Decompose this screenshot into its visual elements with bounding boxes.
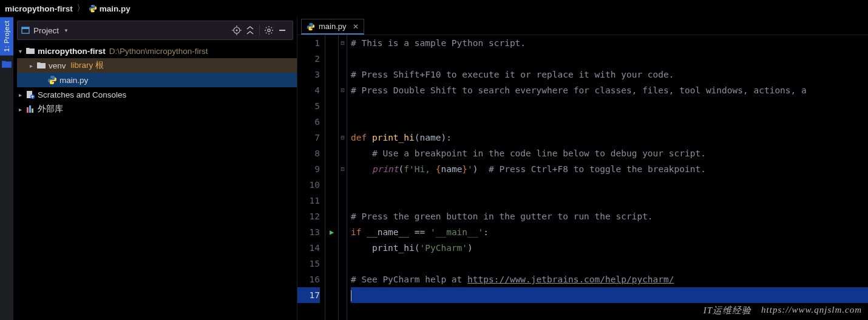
run-gutter-cell[interactable] <box>325 82 338 98</box>
run-gutter-cell[interactable] <box>325 272 338 287</box>
line-number[interactable]: 9 <box>297 161 320 177</box>
run-gutter-cell[interactable] <box>325 208 338 224</box>
code-line[interactable]: # Press Double Shift to search everywher… <box>351 82 868 98</box>
expand-icon[interactable]: ▾ <box>17 48 23 55</box>
tree-item-venv[interactable]: ▸ venv library 根 <box>17 58 297 73</box>
tree-item-label: 外部库 <box>38 104 63 115</box>
fold-cell[interactable] <box>339 177 347 193</box>
editor-tab-label: main.py <box>319 22 347 31</box>
run-arrow-icon[interactable]: ▶ <box>330 224 334 240</box>
project-view-switcher[interactable]: Project ▼ <box>21 26 69 35</box>
project-tool-tab[interactable]: 1: Project <box>0 17 13 55</box>
code-line[interactable]: # Press Shift+F10 to execute it or repla… <box>351 67 868 82</box>
tree-item-scratches[interactable]: ▸ Scratches and Consoles <box>17 87 297 102</box>
fold-cell[interactable] <box>339 287 347 303</box>
code-line[interactable]: if __name__ == '__main__': <box>351 224 868 240</box>
run-gutter-cell[interactable] <box>325 35 338 51</box>
python-icon <box>89 4 97 13</box>
line-number-gutter[interactable]: 1234567891011121314151617 <box>297 35 325 320</box>
editor-zone: main.py ✕ 1234567891011121314151617 ▶ ⊟⊡… <box>297 17 868 320</box>
fold-cell[interactable]: ⊟ <box>339 130 347 145</box>
line-number[interactable]: 14 <box>297 240 320 256</box>
code-line[interactable] <box>351 98 868 114</box>
fold-cell[interactable]: ⊟ <box>339 35 347 51</box>
run-gutter-cell[interactable] <box>325 130 338 145</box>
line-number[interactable]: 11 <box>297 193 320 208</box>
fold-cell[interactable] <box>339 67 347 82</box>
fold-cell[interactable] <box>339 256 347 272</box>
line-number[interactable]: 17 <box>297 287 320 303</box>
run-gutter-cell[interactable] <box>325 161 338 177</box>
run-gutter-cell[interactable] <box>325 67 338 82</box>
run-gutter-cell[interactable] <box>325 240 338 256</box>
code-line[interactable]: def print_hi(name): <box>351 130 868 145</box>
breadcrumb-file[interactable]: main.py <box>89 4 131 13</box>
fold-cell[interactable] <box>339 51 347 67</box>
line-number[interactable]: 5 <box>297 98 320 114</box>
code-line[interactable] <box>351 177 868 193</box>
tree-item-label: main.py <box>59 76 88 85</box>
fold-cell[interactable] <box>339 98 347 114</box>
run-gutter-cell[interactable] <box>325 51 338 67</box>
code-line[interactable]: # See PyCharm help at https://www.jetbra… <box>351 272 868 287</box>
fold-cell[interactable] <box>339 114 347 130</box>
run-gutter[interactable]: ▶ <box>325 35 339 320</box>
collapse-all-icon[interactable] <box>243 24 257 37</box>
fold-cell[interactable]: ⊡ <box>339 161 347 177</box>
fold-cell[interactable] <box>339 208 347 224</box>
code-line[interactable] <box>351 256 868 272</box>
code-line[interactable]: print(f'Hi, {name}') # Press Ctrl+F8 to … <box>351 161 868 177</box>
minimize-icon[interactable] <box>276 24 289 37</box>
tree-root[interactable]: ▾ micropython-first D:\Python\micropytho… <box>17 44 297 58</box>
breadcrumb-project[interactable]: micropython-first <box>5 4 73 13</box>
line-number[interactable]: 16 <box>297 272 320 287</box>
code-content[interactable]: # This is a sample Python script.# Press… <box>347 35 868 320</box>
run-gutter-cell[interactable] <box>325 256 338 272</box>
line-number[interactable]: 15 <box>297 256 320 272</box>
run-gutter-cell[interactable] <box>325 193 338 208</box>
dropdown-caret-icon: ▼ <box>64 28 69 33</box>
run-gutter-cell[interactable] <box>325 114 338 130</box>
tree-item-external-libs[interactable]: ▸ 外部库 <box>17 102 297 116</box>
code-line[interactable]: # This is a sample Python script. <box>351 35 868 51</box>
line-number[interactable]: 10 <box>297 177 320 193</box>
settings-gear-icon[interactable] <box>262 24 276 37</box>
fold-cell[interactable]: ⊡ <box>339 82 347 98</box>
line-number[interactable]: 3 <box>297 67 320 82</box>
code-line[interactable]: # Use a breakpoint in the code line belo… <box>351 145 868 161</box>
fold-cell[interactable] <box>339 240 347 256</box>
code-editor[interactable]: 1234567891011121314151617 ▶ ⊟⊡⊟⊡ # This … <box>297 35 868 320</box>
locate-icon[interactable] <box>230 24 243 37</box>
run-gutter-cell[interactable]: ▶ <box>325 224 338 240</box>
line-number[interactable]: 6 <box>297 114 320 130</box>
run-gutter-cell[interactable] <box>325 177 338 193</box>
editor-tab-mainpy[interactable]: main.py ✕ <box>301 19 364 35</box>
fold-cell[interactable] <box>339 145 347 161</box>
line-number[interactable]: 12 <box>297 208 320 224</box>
line-number[interactable]: 4 <box>297 82 320 98</box>
tree-item-mainpy[interactable]: main.py <box>17 73 297 87</box>
code-line[interactable]: print_hi('PyCharm') <box>351 240 868 256</box>
run-gutter-cell[interactable] <box>325 287 338 303</box>
line-number[interactable]: 2 <box>297 51 320 67</box>
line-number[interactable]: 7 <box>297 130 320 145</box>
run-gutter-cell[interactable] <box>325 98 338 114</box>
project-tree[interactable]: ▾ micropython-first D:\Python\micropytho… <box>13 41 297 116</box>
close-tab-icon[interactable]: ✕ <box>353 22 359 31</box>
code-line[interactable] <box>351 193 868 208</box>
expand-icon[interactable]: ▸ <box>28 62 34 69</box>
fold-cell[interactable] <box>339 224 347 240</box>
line-number[interactable]: 1 <box>297 35 320 51</box>
expand-icon[interactable]: ▸ <box>17 106 23 113</box>
code-line[interactable] <box>351 114 868 130</box>
code-line[interactable]: # Press the green button in the gutter t… <box>351 208 868 224</box>
line-number[interactable]: 13 <box>297 224 320 240</box>
code-line[interactable] <box>351 287 868 303</box>
fold-cell[interactable] <box>339 272 347 287</box>
fold-cell[interactable] <box>339 193 347 208</box>
run-gutter-cell[interactable] <box>325 145 338 161</box>
code-line[interactable] <box>351 51 868 67</box>
expand-icon[interactable]: ▸ <box>17 92 23 98</box>
line-number[interactable]: 8 <box>297 145 320 161</box>
fold-gutter[interactable]: ⊟⊡⊟⊡ <box>339 35 347 320</box>
